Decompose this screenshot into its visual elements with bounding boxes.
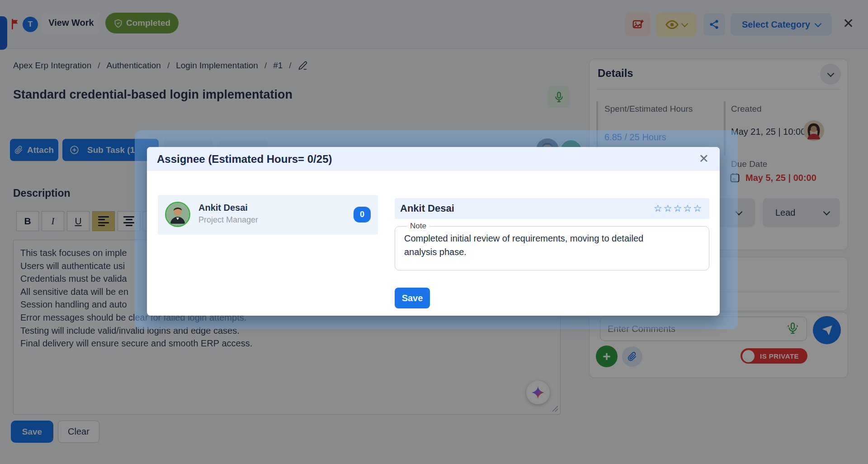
- modal-save-button[interactable]: Save: [395, 288, 430, 308]
- assignee-modal: Assignee (Estimated Hours= 0/25) ✕ Ankit…: [147, 147, 720, 316]
- modal-title: Assignee (Estimated Hours= 0/25): [157, 153, 332, 166]
- paper-plane-icon: [821, 324, 833, 336]
- task-detail-screen: T View Work Completed: [0, 0, 868, 464]
- toggle-knob: [742, 350, 755, 362]
- is-private-toggle[interactable]: IS PRIVATE: [741, 348, 807, 364]
- chevron-down-icon: [681, 20, 689, 27]
- lead-dropdown[interactable]: Lead: [763, 198, 840, 227]
- align-center-button[interactable]: [118, 211, 140, 231]
- details-collapse-button[interactable]: [820, 64, 841, 85]
- chevron-down-icon: [823, 208, 830, 215]
- edit-pencil-icon[interactable]: [298, 61, 308, 71]
- description-clear-button[interactable]: Clear: [58, 421, 99, 443]
- description-save-button[interactable]: Save: [11, 421, 53, 443]
- calendar-icon: [729, 172, 741, 183]
- breadcrumb-task-number[interactable]: #1: [273, 61, 283, 71]
- divider: [596, 89, 841, 90]
- assignee-detail-header: Ankit Desai ☆☆☆☆☆: [395, 198, 709, 219]
- subtask-button[interactable]: Sub Task (1: [62, 139, 159, 161]
- comment-attach-button[interactable]: [622, 346, 642, 367]
- rating-stars[interactable]: ☆☆☆☆☆: [654, 203, 703, 214]
- note-text[interactable]: Completed initial review of requirements…: [404, 232, 666, 259]
- select-category-dropdown[interactable]: Select Category: [731, 13, 832, 36]
- assignee-count-badge: 0: [354, 207, 371, 223]
- due-date-value[interactable]: May 5, 25 | 00:00: [745, 173, 816, 183]
- ai-sparkle-button[interactable]: [526, 381, 550, 404]
- bold-button[interactable]: B: [16, 211, 39, 231]
- page-title: Standard credential-based login implemen…: [13, 88, 292, 102]
- breadcrumb-project[interactable]: Apex Erp Integration: [13, 61, 91, 71]
- assignee-avatar: [165, 202, 190, 227]
- breadcrumb: Apex Erp Integration / Authentication / …: [13, 61, 308, 71]
- created-label: Created: [731, 103, 762, 115]
- shield-check-icon: [113, 19, 123, 28]
- star-icon[interactable]: ☆: [664, 203, 674, 213]
- watch-button[interactable]: [656, 12, 697, 37]
- plus-circle-icon: [70, 145, 79, 155]
- close-icon[interactable]: ✕: [843, 15, 854, 31]
- creator-avatar[interactable]: [803, 120, 824, 141]
- image-plus-icon: [632, 19, 644, 31]
- star-icon[interactable]: ☆: [674, 203, 684, 213]
- star-icon[interactable]: ☆: [654, 203, 664, 213]
- send-comment-button[interactable]: [813, 316, 841, 344]
- created-value: May 21, 25 | 10:00: [731, 127, 806, 137]
- align-left-icon: [98, 216, 109, 226]
- assignee-detail-name: Ankit Desai: [400, 203, 454, 214]
- note-label: Note: [407, 222, 429, 231]
- modal-header: Assignee (Estimated Hours= 0/25): [147, 147, 720, 171]
- modal-close-icon[interactable]: ✕: [698, 152, 709, 166]
- chevron-down-icon: [736, 208, 743, 215]
- divider: [724, 101, 726, 156]
- status-badge-completed[interactable]: Completed: [105, 13, 179, 33]
- align-left-button[interactable]: [92, 211, 115, 231]
- add-comment-button[interactable]: +: [596, 346, 618, 367]
- align-center-icon: [123, 216, 134, 226]
- view-work-button[interactable]: View Work: [42, 11, 101, 34]
- details-heading: Details: [598, 67, 633, 80]
- chevron-down-icon: [827, 70, 834, 77]
- paperclip-icon: [14, 146, 23, 154]
- paperclip-icon: [627, 352, 637, 361]
- assignee-name: Ankit Desai: [198, 203, 248, 213]
- microphone-icon: [553, 91, 565, 103]
- spent-hours-label: Spent/Estimated Hours: [604, 103, 708, 115]
- spent-hours-value[interactable]: 6.85 / 25 Hours: [604, 132, 666, 142]
- assignee-role: Project Manager: [198, 215, 258, 225]
- flag-icon[interactable]: [10, 18, 22, 30]
- breadcrumb-module[interactable]: Authentication: [107, 61, 161, 71]
- title-mic-button[interactable]: [548, 86, 570, 108]
- resize-handle[interactable]: [552, 405, 559, 412]
- italic-button[interactable]: I: [42, 211, 64, 231]
- note-field[interactable]: Note Completed initial review of require…: [395, 222, 709, 270]
- cover-image-button[interactable]: [625, 12, 651, 37]
- assignee-list-item[interactable]: Ankit Desai Project Manager 0: [158, 195, 378, 235]
- description-heading: Description: [13, 187, 71, 199]
- due-date-label: Due Date: [731, 158, 767, 170]
- chevron-down-icon: [815, 20, 822, 27]
- share-button[interactable]: [703, 13, 725, 36]
- user-avatar-initial[interactable]: T: [23, 17, 38, 32]
- star-icon[interactable]: ☆: [683, 203, 693, 213]
- comment-mic-icon[interactable]: [787, 322, 799, 334]
- edge-tab[interactable]: [0, 16, 7, 50]
- star-icon[interactable]: ☆: [693, 203, 703, 213]
- comment-input[interactable]: [600, 317, 807, 341]
- eye-icon: [665, 18, 679, 31]
- breadcrumb-feature[interactable]: Login Implementation: [176, 61, 258, 71]
- underline-button[interactable]: U: [67, 211, 90, 231]
- share-icon: [709, 19, 720, 30]
- attach-button[interactable]: Attach: [10, 139, 58, 161]
